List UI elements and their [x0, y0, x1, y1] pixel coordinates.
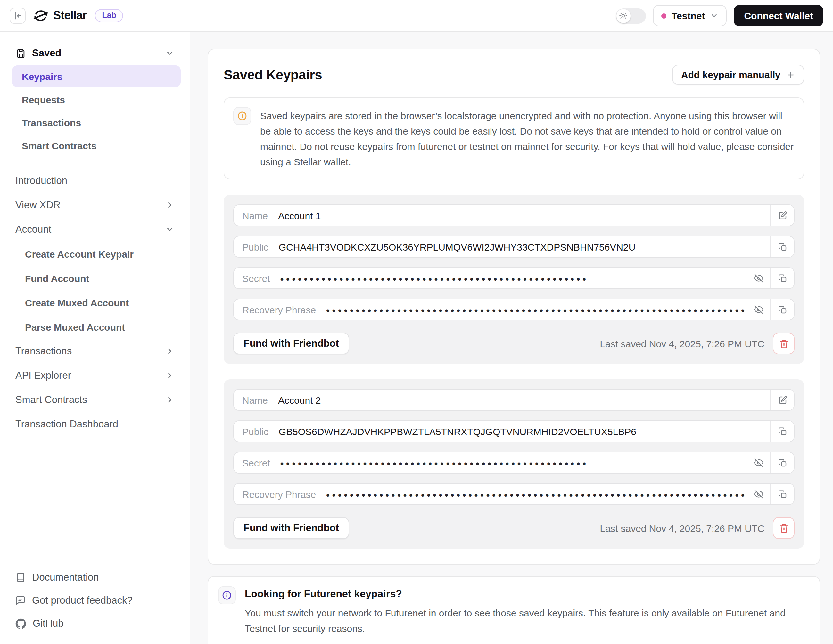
delete-keypair-button[interactable]: [773, 517, 794, 539]
secret-masked-value: ••••••••••••••••••••••••••••••••••••••••…: [280, 274, 589, 283]
sidebar-group-saved[interactable]: Saved: [9, 42, 181, 64]
public-label: Public: [242, 241, 269, 252]
brand[interactable]: Stellar: [33, 8, 87, 24]
copy-secret-button[interactable]: [770, 452, 794, 473]
secret-key-field: Secret •••••••••••••••••••••••••••••••••…: [233, 452, 794, 473]
public-key-value: GCHA4HT3VODKCXZU5OK36YRPLUMQV6WI2JWHY33C…: [279, 241, 636, 252]
recovery-phrase-field: Recovery Phrase ••••••••••••••••••••••••…: [233, 299, 794, 320]
recovery-phrase-masked-value: ••••••••••••••••••••••••••••••••••••••••…: [326, 305, 746, 315]
sidebar-item-smart-contracts[interactable]: Smart Contracts: [9, 388, 181, 412]
eye-off-icon: [753, 457, 764, 468]
fund-with-friendbot-button[interactable]: Fund with Friendbot: [233, 333, 349, 354]
toggle-secret-visibility-button[interactable]: [746, 268, 770, 288]
copy-public-button[interactable]: [770, 421, 794, 441]
info-icon: [233, 107, 251, 125]
recovery-phrase-label: Recovery Phrase: [242, 304, 316, 315]
sidebar-item-requests[interactable]: Requests: [12, 89, 181, 110]
futurenet-title: Looking for Futurenet keypairs?: [245, 588, 810, 600]
github-icon: [15, 618, 26, 629]
toggle-secret-visibility-button[interactable]: [746, 452, 770, 473]
secret-masked-value: ••••••••••••••••••••••••••••••••••••••••…: [280, 459, 589, 468]
book-icon: [15, 572, 26, 583]
sidebar-item-saved-smart-contracts[interactable]: Smart Contracts: [12, 135, 181, 156]
recovery-phrase-field: Recovery Phrase ••••••••••••••••••••••••…: [233, 483, 794, 505]
sidebar-divider: [15, 163, 174, 163]
secret-key-field: Secret •••••••••••••••••••••••••••••••••…: [233, 267, 794, 289]
chevron-right-icon: [165, 201, 174, 209]
name-field: Name Account 1: [233, 204, 794, 226]
fund-with-friendbot-button[interactable]: Fund with Friendbot: [233, 517, 349, 539]
sidebar-item-keypairs[interactable]: Keypairs: [12, 65, 181, 87]
brand-name: Stellar: [53, 9, 87, 23]
sidebar-item-saved-transactions[interactable]: Transactions: [12, 111, 181, 133]
info-icon: [218, 586, 236, 604]
sidebar-item-parse-muxed-account[interactable]: Parse Muxed Account: [12, 315, 181, 339]
edit-name-button[interactable]: [770, 390, 794, 410]
sidebar-item-account[interactable]: Account: [9, 217, 181, 242]
main-content: Saved Keypairs Add keypair manually Save…: [190, 32, 833, 644]
theme-toggle[interactable]: [616, 8, 646, 23]
collapse-sidebar-button[interactable]: [10, 8, 26, 24]
top-header: Stellar Lab Testnet Connect Wallet: [0, 0, 833, 32]
chevron-down-icon: [165, 225, 174, 234]
copy-recovery-button[interactable]: [770, 299, 794, 320]
sidebar-item-api-explorer[interactable]: API Explorer: [9, 363, 181, 388]
network-label: Testnet: [672, 10, 705, 21]
lab-badge: Lab: [95, 9, 123, 23]
public-key-field: Public GCHA4HT3VODKCXZU5OK36YRPLUMQV6WI2…: [233, 236, 794, 258]
chevron-right-icon: [165, 371, 174, 380]
sidebar-item-github[interactable]: GitHub: [10, 612, 179, 635]
plus-icon: [786, 70, 795, 79]
edit-name-button[interactable]: [770, 205, 794, 225]
copy-recovery-button[interactable]: [770, 484, 794, 504]
sidebar-group-label: Saved: [32, 47, 61, 59]
futurenet-text: You must switch your network to Futurene…: [245, 605, 810, 636]
sidebar-item-transaction-dashboard[interactable]: Transaction Dashboard: [9, 412, 181, 436]
sidebar-item-fund-account[interactable]: Fund Account: [12, 266, 181, 290]
sidebar-item-create-muxed-account[interactable]: Create Muxed Account: [12, 290, 181, 315]
copy-icon: [778, 427, 787, 436]
eye-off-icon: [753, 304, 764, 315]
connect-wallet-button[interactable]: Connect Wallet: [734, 5, 823, 26]
sidebar-item-introduction[interactable]: Introduction: [9, 169, 181, 193]
copy-icon: [778, 458, 787, 467]
name-value: Account 2: [278, 394, 321, 405]
panel-collapse-icon: [13, 11, 23, 21]
recovery-phrase-label: Recovery Phrase: [242, 489, 316, 499]
eye-off-icon: [753, 273, 764, 283]
copy-icon: [778, 242, 787, 251]
recovery-phrase-masked-value: ••••••••••••••••••••••••••••••••••••••••…: [326, 490, 746, 499]
sidebar-item-view-xdr[interactable]: View XDR: [9, 193, 181, 217]
secret-label: Secret: [242, 457, 270, 468]
copy-public-button[interactable]: [770, 237, 794, 257]
copy-icon: [778, 489, 787, 499]
network-selector[interactable]: Testnet: [653, 5, 727, 26]
chevron-down-icon: [165, 49, 174, 58]
sidebar-item-transactions[interactable]: Transactions: [9, 339, 181, 363]
add-keypair-button[interactable]: Add keypair manually: [672, 65, 804, 85]
futurenet-info-panel: Looking for Futurenet keypairs? You must…: [207, 576, 820, 644]
toggle-recovery-visibility-button[interactable]: [746, 484, 770, 504]
sidebar-item-feedback[interactable]: Got product feedback?: [10, 589, 179, 612]
name-label: Name: [242, 210, 268, 221]
page-title: Saved Keypairs: [224, 67, 322, 82]
eye-off-icon: [753, 489, 764, 499]
toggle-recovery-visibility-button[interactable]: [746, 299, 770, 320]
warning-callout: Saved keypairs are stored in the browser…: [224, 97, 804, 179]
edit-icon: [778, 395, 787, 405]
sun-icon: [619, 11, 628, 20]
trash-icon: [779, 339, 788, 348]
trash-icon: [779, 523, 788, 533]
save-icon: [15, 48, 26, 59]
secret-label: Secret: [242, 273, 270, 283]
chevron-right-icon: [165, 347, 174, 356]
copy-secret-button[interactable]: [770, 268, 794, 288]
sidebar-footer: Documentation Got product feedback? GitH…: [9, 559, 181, 638]
keypair-card: Name Account 2 Public GB5OS6DWHZAJDVH: [224, 379, 804, 549]
public-key-field: Public GB5OS6DWHZAJDVHKPPBWZTLA5TNRXTQJG…: [233, 420, 794, 442]
sidebar-item-documentation[interactable]: Documentation: [10, 566, 179, 589]
sidebar-item-create-account-keypair[interactable]: Create Account Keypair: [12, 242, 181, 266]
public-label: Public: [242, 426, 269, 437]
chevron-right-icon: [165, 395, 174, 404]
delete-keypair-button[interactable]: [773, 333, 794, 354]
